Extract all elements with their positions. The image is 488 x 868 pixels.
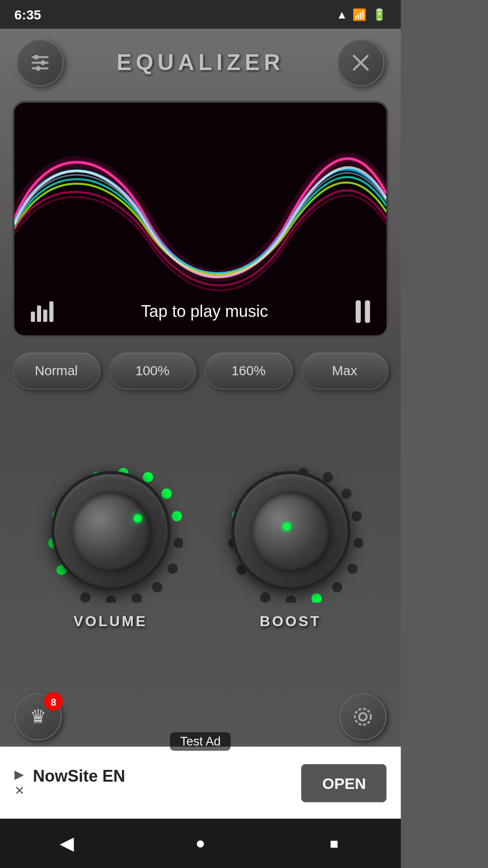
wifi-icon: ▲: [336, 8, 347, 20]
svg-point-32: [351, 510, 361, 521]
status-time: 6:35: [14, 7, 41, 22]
page-title: EQUALIZER: [117, 49, 284, 76]
nav-bar: ◀ ● ■: [0, 819, 401, 868]
status-icons: ▲ 📶 🔋: [336, 8, 386, 21]
svg-point-17: [171, 510, 182, 521]
svg-point-36: [311, 593, 321, 602]
boost-knob-indicator: [282, 522, 290, 530]
svg-point-20: [152, 581, 162, 592]
waveform-overlay: Tap to play music: [14, 300, 387, 323]
svg-point-31: [341, 488, 351, 498]
recents-icon: ■: [330, 835, 338, 851]
audio-bars-icon: [31, 302, 53, 322]
nav-home-button[interactable]: ●: [175, 828, 226, 859]
boost-knob[interactable]: [218, 458, 362, 602]
knobs-section: VOLUME: [0, 400, 401, 687]
boost-knob-inner: [251, 491, 329, 569]
waveform-display[interactable]: Tap to play music: [12, 101, 389, 337]
back-icon: ◀: [60, 832, 74, 854]
ad-banner[interactable]: Test Ad ▶ ✕ NowSite EN OPEN: [0, 747, 401, 819]
ad-count-badge: 8: [44, 692, 63, 711]
close-icon: [351, 52, 371, 73]
preset-100pct-button[interactable]: 100%: [108, 352, 197, 390]
status-bar: 6:35 ▲ 📶 🔋: [0, 0, 401, 29]
app-container: EQUALIZER: [0, 29, 401, 868]
svg-point-4: [41, 61, 45, 65]
nav-recents-button[interactable]: ■: [308, 828, 360, 859]
gear-icon: [352, 706, 374, 728]
battery-icon: 🔋: [372, 8, 387, 21]
boost-knob-body: [231, 471, 350, 590]
ad-open-button[interactable]: OPEN: [302, 764, 387, 802]
close-button[interactable]: [337, 39, 385, 86]
svg-point-35: [332, 581, 342, 592]
play-icon: ▶: [14, 767, 25, 782]
preset-buttons-row: Normal 100% 160% Max: [0, 341, 401, 400]
volume-label: VOLUME: [74, 613, 148, 629]
nav-back-button[interactable]: ◀: [41, 828, 93, 859]
header: EQUALIZER: [0, 29, 401, 97]
svg-point-30: [322, 472, 333, 482]
preset-max-button[interactable]: Max: [300, 352, 389, 390]
svg-point-37: [285, 595, 296, 602]
ad-title: NowSite EN: [33, 767, 125, 786]
sliders-icon: [29, 52, 52, 74]
equalizer-settings-button[interactable]: [16, 39, 64, 86]
preset-160pct-button[interactable]: 160%: [205, 352, 293, 390]
ad-label: Test Ad: [170, 732, 231, 751]
svg-point-21: [131, 593, 141, 602]
svg-point-3: [34, 55, 38, 59]
signal-icon: 📶: [352, 8, 367, 21]
volume-knob[interactable]: [38, 458, 182, 602]
svg-point-18: [173, 538, 182, 548]
svg-point-38: [259, 592, 270, 602]
ad-badge-button[interactable]: ♛ 8: [14, 693, 62, 741]
svg-point-15: [142, 472, 153, 482]
close-ad-icon[interactable]: ✕: [14, 783, 25, 798]
svg-point-5: [36, 66, 40, 71]
tap-to-play-label[interactable]: Tap to play music: [141, 302, 268, 321]
volume-knob-inner: [71, 491, 150, 569]
crown-icon: ♛: [30, 706, 46, 728]
svg-point-22: [105, 595, 116, 602]
volume-knob-body: [51, 471, 170, 590]
boost-knob-container: BOOST: [218, 458, 362, 629]
boost-label: BOOST: [260, 613, 321, 629]
svg-point-40: [355, 709, 371, 725]
volume-knob-indicator: [133, 514, 141, 522]
ad-content: ▶ ✕ NowSite EN: [14, 767, 302, 798]
settings-button[interactable]: [339, 693, 387, 741]
svg-point-23: [80, 592, 90, 602]
pause-icon: [356, 300, 370, 323]
svg-point-33: [353, 538, 362, 548]
svg-point-34: [347, 563, 357, 573]
home-icon: ●: [196, 834, 206, 853]
svg-point-39: [359, 713, 367, 721]
svg-point-19: [167, 563, 178, 573]
svg-point-16: [161, 488, 171, 498]
preset-normal-button[interactable]: Normal: [12, 352, 100, 390]
ad-arrows: ▶ ✕: [14, 767, 25, 798]
volume-knob-container: VOLUME: [38, 458, 182, 629]
